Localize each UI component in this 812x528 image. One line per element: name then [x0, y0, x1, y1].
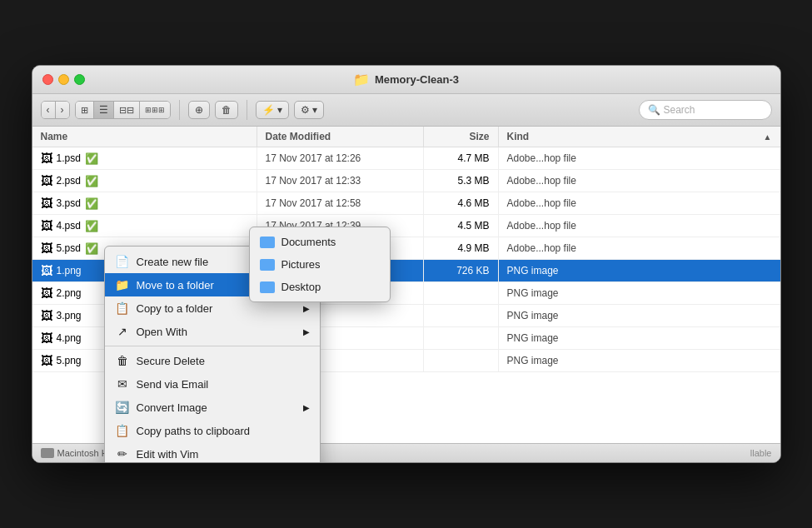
title-folder-icon: 📁 — [353, 72, 370, 87]
file-name-cell: 🖼 3.psd ✅ — [32, 192, 257, 214]
view-icon-button[interactable]: ⊞ — [76, 102, 94, 118]
table-row[interactable]: 🖼 2.psd ✅ 17 Nov 2017 at 12:33 5.3 MB Ad… — [32, 170, 780, 192]
ctx-edit-vim[interactable]: ✏ Edit with Vim — [105, 442, 320, 463]
file-type-icon: 🖼 — [41, 264, 52, 277]
action-button[interactable]: ⊕ — [188, 101, 210, 119]
view-buttons: ⊞ ☰ ⊟⊟ ⊞⊞⊞ — [75, 101, 171, 119]
quick-action-button[interactable]: ⚡ ▾ — [256, 101, 289, 119]
delete-button[interactable]: 🗑 — [215, 101, 238, 119]
move-folder-icon: 📁 — [115, 277, 130, 292]
col-header-date[interactable]: Date Modified — [257, 127, 424, 147]
file-type-icon: 🖼 — [41, 286, 52, 300]
search-box: 🔍 Search — [639, 100, 772, 120]
create-file-icon: 📄 — [115, 254, 130, 269]
sync-check-icon: ✅ — [85, 220, 98, 232]
table-row[interactable]: 🖼 4.psd ✅ 17 Nov 2017 at 12:39 4.5 MB Ad… — [32, 215, 780, 237]
window-title: 📁 Memory-Clean-3 — [353, 72, 459, 87]
submenu-arrow-icon: ▶ — [303, 327, 310, 336]
file-type-icon: 🖼 — [41, 197, 52, 210]
folder-icon — [260, 259, 275, 271]
file-name-cell: 🖼 4.psd ✅ — [32, 215, 257, 237]
sync-check-icon: ✅ — [85, 175, 98, 187]
search-icon: 🔍 — [648, 104, 660, 116]
trash-icon: 🗑 — [115, 353, 130, 368]
file-list-area: Name Date Modified Size Kind ▲ 🖼 1.psd ✅… — [32, 127, 780, 443]
view-list-button[interactable]: ☰ — [94, 102, 114, 118]
toolbar-separator-2 — [247, 100, 247, 120]
file-type-icon: 🖼 — [41, 174, 52, 187]
file-name-cell: 🖼 1.psd ✅ — [32, 147, 257, 169]
sync-check-icon: ✅ — [85, 242, 98, 255]
maximize-button[interactable] — [74, 74, 85, 85]
file-type-icon: 🖼 — [41, 354, 52, 367]
table-row[interactable]: 🖼 3.psd ✅ 17 Nov 2017 at 12:58 4.6 MB Ad… — [32, 192, 780, 215]
submenu-arrow-icon: ▶ — [303, 304, 310, 313]
file-type-icon: 🖼 — [41, 219, 52, 232]
submenu-arrow-icon: ▶ — [303, 403, 310, 412]
search-placeholder[interactable]: Search — [664, 104, 695, 116]
view-column-button[interactable]: ⊟⊟ — [114, 102, 140, 118]
table-row[interactable]: 🖼 1.psd ✅ 17 Nov 2017 at 12:26 4.7 MB Ad… — [32, 147, 780, 170]
file-type-icon: 🖼 — [41, 152, 52, 165]
view-coverflow-button[interactable]: ⊞⊞⊞ — [140, 102, 170, 118]
close-button[interactable] — [42, 74, 53, 85]
settings-button[interactable]: ⚙ ▾ — [294, 101, 324, 119]
submenu-documents[interactable]: Documents — [250, 231, 390, 253]
minimize-button[interactable] — [58, 74, 69, 85]
email-icon: ✉ — [115, 376, 130, 391]
titlebar: 📁 Memory-Clean-3 — [32, 66, 780, 94]
ctx-copy-paths[interactable]: 📋 Copy paths to clipboard — [105, 419, 320, 442]
submenu-pictures[interactable]: Pictures — [250, 253, 390, 276]
folder-icon — [260, 237, 275, 248]
sync-check-icon: ✅ — [85, 197, 98, 210]
convert-icon: 🔄 — [115, 400, 130, 415]
nav-buttons: ‹ › — [41, 101, 70, 119]
file-name-cell: 🖼 2.psd ✅ — [32, 170, 257, 192]
file-type-icon: 🖼 — [41, 331, 52, 345]
col-header-kind[interactable]: Kind ▲ — [499, 127, 780, 147]
col-header-name[interactable]: Name — [32, 127, 257, 147]
col-header-size[interactable]: Size — [424, 127, 499, 147]
sync-check-icon: ✅ — [85, 152, 98, 165]
ctx-convert-image[interactable]: 🔄 Convert Image ▶ — [105, 396, 320, 419]
disk-icon — [41, 448, 54, 458]
submenu-desktop[interactable]: Desktop — [250, 276, 390, 298]
folder-icon — [260, 281, 275, 293]
file-type-icon: 🖼 — [41, 242, 52, 255]
open-with-icon: ↗ — [115, 324, 130, 339]
submenu-move-to-folder: Documents Pictures Desktop — [249, 227, 391, 302]
toolbar: ‹ › ⊞ ☰ ⊟⊟ ⊞⊞⊞ ⊕ 🗑 ⚡ ▾ ⚙ ▾ 🔍 Search — [32, 94, 780, 127]
toolbar-separator-1 — [179, 100, 180, 120]
column-headers: Name Date Modified Size Kind ▲ — [32, 127, 780, 147]
finder-window: 📁 Memory-Clean-3 ‹ › ⊞ ☰ ⊟⊟ ⊞⊞⊞ ⊕ 🗑 ⚡ ▾ … — [32, 65, 781, 463]
ctx-open-with[interactable]: ↗ Open With ▶ — [105, 320, 320, 343]
back-button[interactable]: ‹ — [42, 102, 56, 118]
ctx-send-email[interactable]: ✉ Send via Email — [105, 372, 320, 396]
file-type-icon: 🖼 — [41, 309, 52, 322]
ctx-secure-delete[interactable]: 🗑 Secure Delete — [105, 349, 320, 372]
traffic-lights — [42, 74, 85, 85]
copy-folder-icon: 📋 — [115, 301, 130, 316]
copy-paths-icon: 📋 — [115, 423, 130, 438]
vim-icon: ✏ — [115, 446, 130, 461]
forward-button[interactable]: › — [56, 102, 69, 118]
status-available: llable — [750, 448, 772, 458]
sort-arrow-icon: ▲ — [764, 132, 772, 142]
menu-separator — [105, 346, 320, 346]
